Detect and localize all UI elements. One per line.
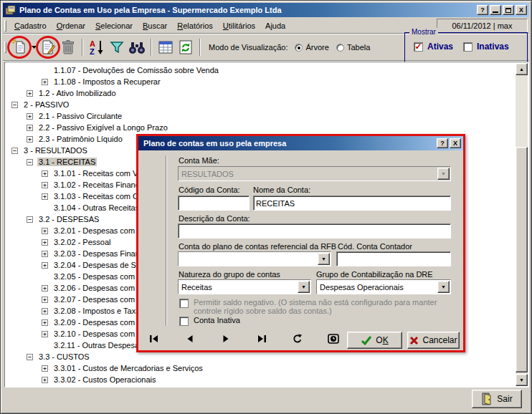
nav-first-icon[interactable] xyxy=(146,332,163,346)
tree-item-label[interactable]: 3.3.01 - Custos de Mercadorias e Serviço… xyxy=(52,364,204,372)
expand-icon[interactable]: + xyxy=(42,193,48,200)
natureza-combo[interactable]: Receitas ▼ xyxy=(178,279,311,294)
menu-item-cadastro[interactable]: Cadastro xyxy=(9,19,52,32)
maximize-button[interactable] xyxy=(503,5,514,15)
expand-icon[interactable]: + xyxy=(42,228,48,234)
expand-icon[interactable]: + xyxy=(42,365,48,372)
tree-item-label[interactable]: 3.2.07 - Despesas com F xyxy=(52,295,143,304)
expand-icon[interactable]: + xyxy=(42,308,48,314)
tree-item-label[interactable]: 3.2.11 - Outras Despesa xyxy=(52,341,141,350)
tree-row[interactable]: 1.1.07 - Devoluções de Comissão sobre Ve… xyxy=(6,64,516,76)
tree-item-label[interactable]: 1.2 - Ativo Imobilizado xyxy=(37,89,118,97)
filter-funnel-icon[interactable] xyxy=(107,37,127,57)
codigo-input[interactable] xyxy=(178,196,250,211)
radio-árvore[interactable] xyxy=(295,44,303,52)
tree-item-label[interactable]: 2.1 - Passivo Circulante xyxy=(37,112,123,120)
tree-item-label[interactable]: 3.1.01 - Receitas com Ve xyxy=(52,169,143,178)
tree-item-label[interactable]: 3.2.09 - Despesas com P xyxy=(52,318,144,327)
checkbox-ativas[interactable]: ✓ xyxy=(414,42,423,52)
expand-icon[interactable]: + xyxy=(27,90,33,97)
tree-row[interactable]: +1.2 - Ativo Imobilizado xyxy=(6,87,516,99)
menu-item-ordenar[interactable]: Ordenar xyxy=(52,19,90,32)
chevron-down-icon[interactable]: ▼ xyxy=(318,253,330,265)
tree-row[interactable]: +3.3.01 - Custos de Mercadorias e Serviç… xyxy=(6,362,516,374)
tree-row[interactable]: −2 - PASSIVO xyxy=(6,99,516,110)
expand-icon[interactable]: + xyxy=(27,125,33,131)
menu-item-buscar[interactable]: Buscar xyxy=(138,19,172,32)
tree-item-label[interactable]: 3.1 - RECEITAS xyxy=(37,158,97,166)
tree-item-label[interactable]: 3.2.01 - Despesas com V xyxy=(52,226,144,235)
edit-record-icon[interactable] xyxy=(38,37,58,57)
expand-icon[interactable]: + xyxy=(27,136,33,143)
tree-item-label[interactable]: 3.3 - CUSTOS xyxy=(37,352,91,361)
collapse-icon[interactable]: − xyxy=(11,102,18,108)
tree-item-label[interactable]: 3.1.03 - Receitas com Co xyxy=(52,192,144,201)
expand-icon[interactable]: + xyxy=(42,377,48,383)
nav-last-icon[interactable] xyxy=(253,332,270,346)
tree-item-label[interactable]: 3.1.02 - Receitas Finance xyxy=(52,180,145,189)
close-button[interactable]: X xyxy=(516,5,527,15)
tree-item-label[interactable]: 3.2.02 - Pessoal xyxy=(52,238,113,246)
dre-combo[interactable]: Despesas Operacionais ▼ xyxy=(316,279,451,294)
nav-refresh-icon[interactable] xyxy=(289,332,306,346)
table-grid-icon[interactable] xyxy=(156,37,176,57)
refresh-icon[interactable] xyxy=(176,37,196,57)
tree-item-label[interactable]: 3.2.03 - Despesas Financ xyxy=(52,249,145,258)
nome-input[interactable] xyxy=(253,196,451,211)
new-record-icon[interactable] xyxy=(9,37,29,57)
nav-history-icon[interactable] xyxy=(325,332,342,346)
menu-item-relatrios[interactable]: Relatórios xyxy=(172,19,218,32)
rfb-combo[interactable]: ▼ xyxy=(178,251,331,266)
expand-icon[interactable]: + xyxy=(42,262,48,269)
chevron-down-icon[interactable]: ▼ xyxy=(298,281,310,293)
checkbox-inativas[interactable] xyxy=(463,42,472,52)
vertical-scrollbar[interactable]: ▲ ▼ xyxy=(516,63,528,386)
nav-next-icon[interactable] xyxy=(217,332,234,346)
tree-item-label[interactable]: 3.1.04 - Outras Receitas xyxy=(52,203,141,212)
tree-item-label[interactable]: 2.3 - Patrimônio Líquido xyxy=(37,135,124,143)
tree-item-label[interactable]: 2.2 - Passivo Exigível a Longo Prazo xyxy=(37,123,169,132)
expand-icon[interactable]: + xyxy=(42,251,48,257)
toolbar-grip[interactable] xyxy=(4,42,6,53)
conta-inativa-checkbox[interactable]: Conta Inativa xyxy=(179,316,240,326)
ok-button[interactable]: OK xyxy=(347,332,402,349)
menu-item-selecionar[interactable]: Selecionar xyxy=(90,19,138,32)
tree-item-label[interactable]: 3.3.02 - Custos Operacionais xyxy=(52,375,157,384)
minimize-button[interactable] xyxy=(490,5,501,15)
tree-row[interactable]: +2.2 - Passivo Exigível a Longo Prazo xyxy=(6,122,516,133)
tree-row[interactable]: +1.1.08 - Impostos a Recuperar xyxy=(6,76,516,87)
scroll-up-icon[interactable]: ▲ xyxy=(516,63,528,75)
tree-item-label[interactable]: 2 - PASSIVO xyxy=(22,100,70,109)
search-binoculars-icon[interactable] xyxy=(127,37,147,57)
collapse-icon[interactable]: − xyxy=(27,159,33,165)
tree-row[interactable]: +2.1 - Passivo Circulante xyxy=(6,110,516,122)
tree-item-label[interactable]: 3.2.06 - Despesas com V xyxy=(52,284,144,292)
tree-item-label[interactable]: 3.2.10 - Despesas com C xyxy=(52,329,144,338)
tree-row[interactable]: −3.3 - CUSTOS xyxy=(6,351,516,362)
tree-item-label[interactable]: 3 - RESULTADOS xyxy=(22,146,89,155)
cancel-button[interactable]: Cancelar xyxy=(407,332,460,349)
descricao-input[interactable] xyxy=(178,223,451,239)
tree-item-label[interactable]: 3.2.05 - Despesas com A xyxy=(52,272,143,281)
menu-item-ajuda[interactable]: Ajuda xyxy=(260,19,290,32)
expand-icon[interactable]: + xyxy=(42,182,48,188)
expand-icon[interactable]: + xyxy=(42,170,48,177)
dialog-close-button[interactable]: X xyxy=(450,138,461,148)
expand-icon[interactable]: + xyxy=(27,113,33,120)
tree-item-label[interactable]: 1.1.08 - Impostos a Recuperar xyxy=(52,77,162,86)
tree-item-label[interactable]: 3.2 - DESPESAS xyxy=(37,215,100,223)
help-button[interactable]: ? xyxy=(477,5,488,15)
menu-grip[interactable] xyxy=(4,20,6,32)
scroll-thumb[interactable] xyxy=(516,147,528,372)
tree-item-label[interactable]: 1.1.07 - Devoluções de Comissão sobre Ve… xyxy=(52,66,220,74)
dropdown-caret-icon[interactable] xyxy=(29,37,38,57)
tree-item-label[interactable]: 3.2.08 - Impostos e Taxa xyxy=(52,307,141,315)
expand-icon[interactable]: + xyxy=(42,331,48,337)
expand-icon[interactable]: + xyxy=(42,285,48,292)
tree-row[interactable]: +3.3.02 - Custos Operacionais xyxy=(6,374,516,385)
scroll-down-icon[interactable]: ▼ xyxy=(516,374,528,386)
expand-icon[interactable]: + xyxy=(42,79,48,85)
exit-button[interactable]: Sair xyxy=(472,390,522,408)
collapse-icon[interactable]: − xyxy=(27,216,33,223)
sort-az-icon[interactable]: AZ xyxy=(87,37,107,57)
